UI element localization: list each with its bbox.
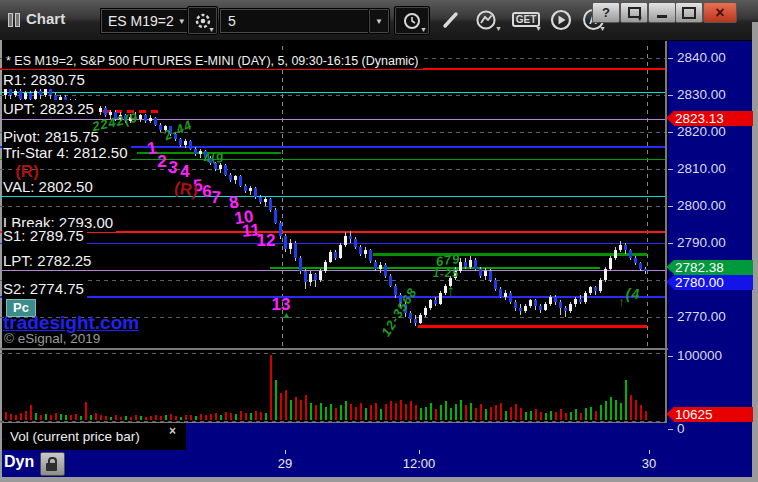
candle-up	[264, 199, 267, 203]
level-line-red-segment-low	[418, 325, 647, 328]
candle-down	[279, 223, 282, 236]
candle-up	[484, 271, 487, 277]
candle-up	[574, 299, 577, 305]
volume-indicator-tab[interactable]: Vol (current price bar) ×	[2, 423, 186, 450]
candle-up	[309, 274, 312, 281]
candle-down	[254, 188, 257, 197]
candle-down	[514, 302, 517, 308]
volume-bar	[270, 355, 272, 420]
pane-splitter[interactable]	[0, 348, 668, 350]
time-axis[interactable]: Dyn	[0, 450, 752, 477]
time-lock-button[interactable]	[40, 452, 65, 476]
dyn-button[interactable]: Dyn	[4, 453, 34, 471]
volume-bar	[465, 405, 467, 420]
candle-up	[529, 300, 532, 306]
volume-bar	[120, 417, 122, 420]
volume-bar	[100, 415, 102, 420]
axis-price-badge: 10625	[674, 407, 753, 422]
handwritten-annotation: ↑	[618, 294, 626, 309]
volume-bar	[420, 408, 422, 420]
candle-down	[499, 289, 502, 296]
candle-down	[304, 271, 307, 282]
volume-bar	[35, 413, 37, 420]
volume-bar	[625, 380, 627, 420]
chart-title: * ES M19=2, S&P 500 FUTURES E-MINI (DAY)…	[2, 53, 423, 69]
candle-down	[189, 141, 192, 148]
axis-tick-dash	[668, 95, 673, 96]
volume-bar	[245, 413, 247, 420]
level-line-green-segment-2	[373, 253, 647, 256]
candle-up	[569, 304, 572, 311]
volume-bar	[280, 393, 282, 420]
candle-up	[289, 243, 292, 249]
volume-bar	[620, 403, 622, 420]
volume-bar	[60, 414, 62, 420]
volume-bar	[220, 415, 222, 420]
level-label-s1: S1: 2789.75	[2, 227, 87, 245]
candle-down	[564, 308, 567, 312]
volume-bar	[155, 415, 157, 420]
candle-up	[604, 269, 607, 280]
candle-up	[24, 93, 27, 99]
window-frame-bottom	[0, 477, 758, 482]
candle-down	[239, 176, 242, 185]
volume-bar	[635, 400, 637, 420]
level-label-tri-star-4: Tri-Star 4: 2812.50	[2, 144, 131, 162]
handwritten-annotation: 4(g	[202, 148, 225, 165]
badge-arrow-icon	[666, 260, 674, 274]
volume-bar	[360, 403, 362, 420]
candle-up	[439, 293, 442, 304]
time-axis-tick	[419, 450, 420, 454]
candle-down	[634, 258, 637, 264]
volume-bar	[10, 414, 12, 420]
gridline-horizontal	[0, 353, 666, 354]
gridline-horizontal	[0, 280, 666, 281]
trade-number-annotation: 1	[146, 138, 158, 159]
candle-down	[494, 280, 497, 289]
close-icon[interactable]: ×	[169, 424, 176, 438]
pane-right-border	[665, 41, 667, 423]
volume-bar	[570, 412, 572, 420]
volume-bar	[130, 417, 132, 420]
volume-bar	[550, 411, 552, 420]
volume-bar	[255, 411, 257, 420]
tab-row-background	[186, 423, 752, 450]
candle-up	[34, 91, 37, 98]
volume-bar	[590, 407, 592, 420]
handwritten-annotation: 2242(9	[91, 110, 140, 134]
candle-down	[594, 287, 597, 291]
candle-up	[614, 250, 617, 257]
chart-canvas[interactable]: R1: 2830.75UPT: 2823.25Pivot: 2815.75Tri…	[0, 0, 758, 482]
axis-tick-dash	[668, 429, 673, 430]
volume-bar	[85, 402, 87, 420]
candle-down	[519, 308, 522, 312]
volume-bar	[575, 409, 577, 420]
candle-down	[244, 186, 247, 192]
candle-down	[294, 243, 297, 258]
volume-bar	[400, 400, 402, 420]
candle-up	[339, 245, 342, 258]
copyright-text: © eSignal, 2019	[4, 331, 100, 346]
candle-down	[639, 263, 642, 269]
volume-bar	[200, 414, 202, 420]
volume-bar	[455, 404, 457, 420]
trade-number-annotation: 3	[167, 157, 179, 178]
candle-down	[489, 271, 492, 280]
volume-bar	[195, 416, 197, 420]
volume-bar	[190, 415, 192, 420]
volume-bar	[235, 414, 237, 420]
volume-bar	[605, 401, 607, 420]
candle-down	[359, 247, 362, 254]
candle-down	[374, 262, 377, 269]
volume-bar	[385, 404, 387, 420]
volume-bar	[310, 403, 312, 420]
candle-down	[579, 299, 582, 303]
candle-up	[544, 304, 547, 310]
volume-bar	[45, 414, 47, 420]
volume-bar	[30, 405, 32, 420]
volume-bar	[275, 380, 277, 420]
volume-bar	[490, 407, 492, 420]
volume-bar	[395, 403, 397, 420]
volume-bar	[295, 397, 297, 420]
volume-bar	[335, 408, 337, 420]
